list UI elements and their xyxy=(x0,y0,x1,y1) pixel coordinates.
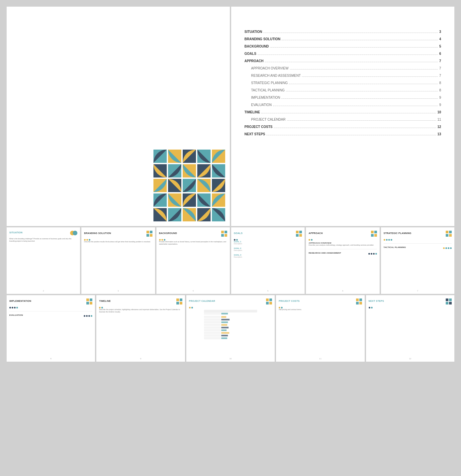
thumbnails-row2: IMPLEMENTATION EVALUATION 8 TIMELINE Des xyxy=(7,295,454,362)
thumb-header: IMPLEMENTATION xyxy=(9,298,92,305)
svg-rect-48 xyxy=(90,298,92,301)
svg-rect-39 xyxy=(371,231,374,233)
goal-item: GOAL 2 Description xyxy=(234,247,302,251)
dot xyxy=(9,307,11,308)
svg-rect-55 xyxy=(266,298,269,301)
thumb-header: BACKGROUND xyxy=(159,231,227,237)
thumb-icon xyxy=(446,231,452,237)
thumb-icon-container xyxy=(371,231,377,237)
svg-rect-28 xyxy=(150,231,152,233)
toc-dots xyxy=(266,135,436,135)
svg-rect-65 xyxy=(221,319,230,320)
dots-indicator xyxy=(9,307,92,308)
thumb-title: SITUATION xyxy=(9,231,23,234)
dot xyxy=(388,239,390,241)
thumbnails-row1: SITUATION What is the branding challenge… xyxy=(7,227,454,294)
thumb-page-number: 12 xyxy=(409,358,411,360)
dot xyxy=(14,307,16,308)
toc-entry: TACTICAL PLANNING 8 xyxy=(244,88,441,92)
toc-dots xyxy=(290,69,438,69)
situation-icon xyxy=(70,231,77,235)
svg-rect-67 xyxy=(221,321,228,323)
section-divider xyxy=(384,243,452,244)
toc-page-number: 11 xyxy=(437,118,441,121)
svg-rect-66 xyxy=(204,321,221,323)
thumb-title: BRANDING SOLUTION xyxy=(84,232,111,234)
thumb-page-number: 8 xyxy=(50,358,51,360)
toc-entry: TIMELINE 10 xyxy=(244,110,441,114)
geometric-pattern xyxy=(153,150,220,216)
dot xyxy=(88,315,90,317)
thumb-header: TIMELINE xyxy=(99,298,182,305)
section-divider xyxy=(9,311,92,311)
dot xyxy=(443,247,445,249)
dot xyxy=(384,239,385,241)
cover-page xyxy=(7,7,230,226)
toc-label: BRANDING SOLUTION xyxy=(244,37,280,41)
toc-label: STRATEGIC PLANNING xyxy=(251,81,288,85)
svg-rect-45 xyxy=(446,234,448,237)
dot xyxy=(369,307,370,308)
dot xyxy=(84,315,85,317)
thumb-icon xyxy=(266,298,272,304)
thumb-page-number: 10 xyxy=(230,358,232,360)
svg-rect-75 xyxy=(221,332,229,334)
thumb-title: STRATEGIC PLANNING xyxy=(384,232,412,234)
thumb-title: NEXT STEPS xyxy=(369,300,384,302)
toc-page-number: 13 xyxy=(437,132,441,136)
goal-item: GOAL 3 Description xyxy=(234,254,302,258)
toc-label: NEXT STEPS xyxy=(244,132,265,136)
thumbnail-card: TIMELINE Describe the project schedule, … xyxy=(96,295,185,362)
dots-indicator xyxy=(369,307,452,308)
svg-rect-44 xyxy=(449,231,452,233)
toc-dots xyxy=(302,76,438,77)
toc-entry: BACKGROUND 5 xyxy=(244,45,441,49)
toc-page-number: 9 xyxy=(439,103,441,107)
svg-rect-74 xyxy=(204,332,221,334)
svg-rect-32 xyxy=(225,231,227,233)
dot xyxy=(371,307,373,308)
toc-entry: STRATEGIC PLANNING 8 xyxy=(244,81,441,85)
thumb-icon-container xyxy=(86,298,92,305)
toc-label: PROJECT CALENDAR xyxy=(251,118,286,121)
toc-dots xyxy=(273,106,438,106)
thumb-page-number: 2 xyxy=(43,290,44,292)
svg-rect-47 xyxy=(86,298,89,301)
second-section-title: RESEARCH AND ASSESSMENT xyxy=(309,252,341,254)
dot xyxy=(189,307,191,308)
toc-label: RESEARCH AND ASSESSMENT xyxy=(251,74,301,77)
toc-label: SITUATION xyxy=(244,30,262,34)
svg-rect-37 xyxy=(296,234,299,237)
thumb-icon-container xyxy=(221,231,227,237)
toc-entry: PROJECT COSTS 12 xyxy=(244,125,441,129)
thumb-title: APPROACH xyxy=(309,232,323,234)
thumb-icon-container xyxy=(70,231,77,236)
svg-rect-49 xyxy=(86,302,89,304)
thumbnail-card: BACKGROUND Provide information such as b… xyxy=(156,227,230,294)
svg-rect-42 xyxy=(374,234,377,237)
svg-rect-64 xyxy=(204,318,221,321)
toc-entry: APPROACH OVERVIEW 7 xyxy=(244,66,441,70)
thumb-icon-container xyxy=(296,231,302,237)
svg-rect-68 xyxy=(204,324,221,326)
svg-rect-86 xyxy=(446,298,448,301)
dot xyxy=(375,253,377,255)
thumb-desc: Add pricing and contract terms. xyxy=(279,308,362,311)
dots-indicator xyxy=(309,239,377,241)
toc-dots xyxy=(263,33,438,33)
second-section-bar: TACTICAL PLANNING xyxy=(384,246,452,250)
thumb-title: BACKGROUND xyxy=(159,232,177,234)
thumb-title: TIMELINE xyxy=(99,300,111,302)
svg-rect-50 xyxy=(90,302,92,304)
svg-rect-88 xyxy=(446,302,448,304)
svg-rect-58 xyxy=(269,302,272,304)
svg-rect-71 xyxy=(221,327,229,328)
thumb-header: PROJECT CALENDAR xyxy=(189,298,272,305)
toc-label: BACKGROUND xyxy=(244,45,269,48)
dot xyxy=(371,253,372,255)
svg-rect-27 xyxy=(146,231,149,233)
thumb-page-number: 9 xyxy=(140,358,141,360)
toc-dots xyxy=(265,62,438,62)
thumb-icon-container xyxy=(176,298,182,305)
dot xyxy=(373,253,375,255)
